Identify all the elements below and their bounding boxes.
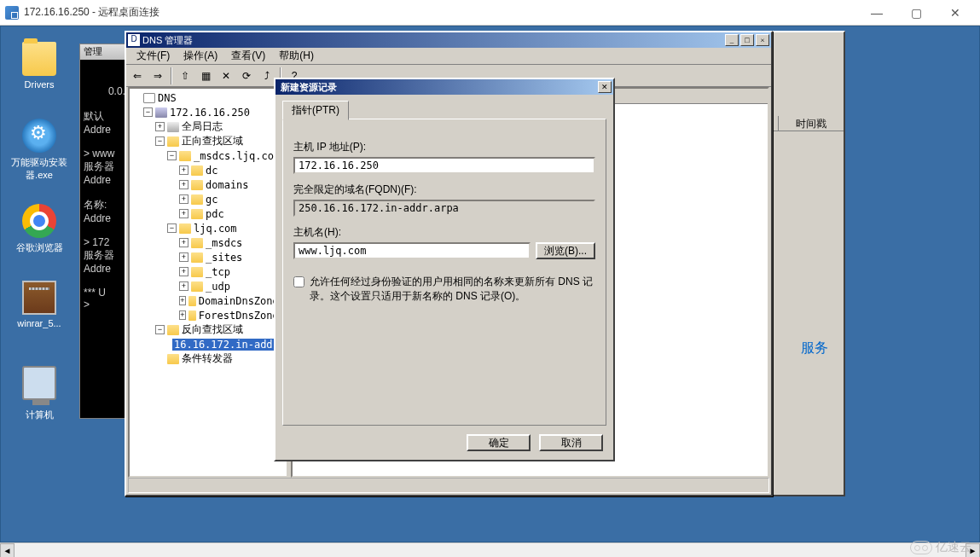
tree-node-reverse-zones[interactable]: −反向查找区域 bbox=[131, 322, 285, 337]
allow-update-checkbox[interactable] bbox=[293, 276, 304, 287]
folder-icon bbox=[191, 209, 203, 219]
toolbar-back-button[interactable]: ⇐ bbox=[128, 67, 147, 85]
watermark-text: 亿速云 bbox=[936, 540, 971, 555]
folder-icon bbox=[167, 354, 179, 364]
tree-node-pdc[interactable]: +pdc bbox=[131, 206, 285, 221]
dns-close-button[interactable]: × bbox=[756, 34, 769, 46]
allow-update-label: 允许任何经过身份验证的用户用相同的名称来更新所有 DNS 记录。这个设置只适用于… bbox=[310, 275, 595, 304]
tree-node-ljq[interactable]: −ljq.com bbox=[131, 221, 285, 235]
cmd-window[interactable]: 管理 0.0.0 默认 Addre > www 服务器 Addre 名称: Ad… bbox=[79, 44, 127, 419]
rdp-title: 172.16.16.250 - 远程桌面连接 bbox=[24, 5, 159, 20]
menu-file[interactable]: 文件(F) bbox=[131, 48, 175, 64]
expand-icon[interactable]: + bbox=[179, 165, 188, 175]
expand-icon[interactable]: − bbox=[167, 151, 177, 160]
computer-icon bbox=[22, 366, 56, 400]
dns-maximize-button[interactable]: □ bbox=[740, 34, 754, 46]
expand-icon[interactable]: + bbox=[155, 122, 165, 131]
tree-node-reverse-zone-1[interactable]: 16.16.172.in-addr.ar bbox=[131, 337, 285, 351]
tree-node-domains[interactable]: +domains bbox=[131, 177, 285, 192]
rdp-icon bbox=[5, 6, 19, 20]
tab-panel: 主机 IP 地址(P): 完全限定的域名(FQDN)(F): 主机名(H): 浏… bbox=[282, 119, 606, 426]
desktop-icon-chrome[interactable]: 谷歌浏览器 bbox=[8, 204, 71, 254]
fqdn-input bbox=[293, 200, 595, 217]
dns-statusbar bbox=[128, 478, 769, 493]
tree-node-udp[interactable]: +_udp bbox=[131, 279, 285, 293]
hostname-input[interactable] bbox=[293, 242, 531, 259]
winrar-icon bbox=[22, 281, 56, 315]
scroll-track[interactable] bbox=[14, 543, 966, 558]
ok-button[interactable]: 确定 bbox=[467, 434, 531, 451]
expand-icon[interactable]: + bbox=[179, 267, 188, 276]
dialog-title: 新建资源记录 bbox=[277, 81, 596, 94]
tree-node-tcp[interactable]: +_tcp bbox=[131, 264, 285, 279]
menu-action[interactable]: 操作(A) bbox=[178, 48, 223, 64]
folder-icon bbox=[191, 180, 203, 190]
watermark: 亿速云 bbox=[910, 540, 971, 555]
tree-node-conditional-forwarders[interactable]: 条件转发器 bbox=[131, 351, 285, 366]
dns-app-icon: D bbox=[128, 34, 140, 46]
toolbar-delete-button[interactable]: ✕ bbox=[217, 67, 235, 85]
expand-icon[interactable]: − bbox=[143, 107, 153, 117]
browse-button[interactable]: 浏览(B)... bbox=[536, 242, 595, 259]
services-link[interactable]: 服务 bbox=[801, 339, 828, 357]
folder-icon bbox=[191, 267, 203, 277]
rdp-maximize-button[interactable]: ▢ bbox=[896, 0, 936, 26]
expand-icon[interactable]: + bbox=[179, 180, 188, 189]
cmd-titlebar[interactable]: 管理 bbox=[80, 44, 126, 60]
tree-node-ddz[interactable]: +DomainDnsZones bbox=[131, 293, 285, 308]
desktop-icon-winrar[interactable]: winrar_5... bbox=[8, 281, 71, 328]
dns-minimize-button[interactable]: _ bbox=[725, 34, 739, 46]
expand-icon[interactable]: + bbox=[179, 252, 188, 262]
col-timestamp[interactable]: 时间戳 bbox=[778, 116, 844, 131]
tree-node-msdcs[interactable]: +_msdcs bbox=[131, 235, 285, 250]
dns-title: DNS 管理器 bbox=[142, 34, 723, 47]
expand-icon[interactable]: + bbox=[179, 281, 188, 291]
tree-node-gc[interactable]: +gc bbox=[131, 192, 285, 206]
expand-icon[interactable]: + bbox=[179, 238, 188, 247]
expand-icon[interactable]: + bbox=[179, 310, 186, 320]
expand-icon[interactable]: + bbox=[179, 194, 188, 204]
toolbar-forward-button[interactable]: ⇒ bbox=[148, 67, 167, 85]
server-icon bbox=[155, 107, 167, 118]
tree-node-globallog[interactable]: +全局日志 bbox=[131, 119, 285, 134]
icon-label: 谷歌浏览器 bbox=[8, 241, 71, 254]
tree-node-fdz[interactable]: +ForestDnsZones bbox=[131, 308, 285, 322]
expand-icon[interactable]: + bbox=[179, 209, 188, 218]
expand-icon[interactable]: − bbox=[167, 223, 177, 233]
host-ip-label: 主机 IP 地址(P): bbox=[293, 140, 595, 154]
tree-node-sites[interactable]: +_sites bbox=[131, 250, 285, 264]
toolbar-refresh-button[interactable]: ⟳ bbox=[237, 67, 256, 85]
tree-node-forward-zones[interactable]: −正向查找区域 bbox=[131, 134, 285, 148]
chrome-icon bbox=[22, 204, 56, 238]
remote-desktop-area: Drivers 万能驱动安装器.exe 谷歌浏览器 winrar_5... 计算… bbox=[0, 26, 980, 542]
dialog-close-button[interactable]: ✕ bbox=[598, 81, 612, 93]
toolbar-show-button[interactable]: ▦ bbox=[196, 67, 215, 85]
expand-icon[interactable]: + bbox=[179, 296, 186, 305]
rdp-minimize-button[interactable]: — bbox=[857, 0, 896, 26]
dns-root-icon bbox=[143, 93, 155, 103]
desktop-icon-drivers[interactable]: Drivers bbox=[8, 42, 71, 90]
rdp-close-button[interactable]: ✕ bbox=[936, 0, 975, 26]
tab-ptr[interactable]: 指针(PTR) bbox=[282, 101, 349, 120]
cancel-button[interactable]: 取消 bbox=[539, 434, 603, 451]
toolbar-up-button[interactable]: ⇧ bbox=[176, 67, 194, 85]
folder-icon bbox=[188, 296, 196, 306]
tree-node-dns[interactable]: DNS bbox=[131, 90, 285, 105]
log-icon bbox=[167, 122, 179, 132]
tree-node-dc[interactable]: +dc bbox=[131, 163, 285, 177]
dialog-titlebar[interactable]: 新建资源记录 ✕ bbox=[275, 79, 613, 95]
desktop-icon-wandriver[interactable]: 万能驱动安装器.exe bbox=[8, 119, 71, 182]
tree-node-server[interactable]: −172.16.16.250 bbox=[131, 105, 285, 119]
tree-node-msdcs-ljq[interactable]: −_msdcs.ljq.com bbox=[131, 148, 285, 163]
expand-icon[interactable]: − bbox=[155, 136, 165, 146]
scroll-left-button[interactable]: ◄ bbox=[0, 543, 14, 558]
dns-titlebar[interactable]: D DNS 管理器 _ □ × bbox=[126, 32, 771, 48]
host-ip-input[interactable] bbox=[293, 157, 595, 174]
fqdn-label: 完全限定的域名(FQDN)(F): bbox=[293, 183, 595, 197]
host-horizontal-scrollbar[interactable]: ◄ ► bbox=[0, 542, 980, 557]
expand-icon[interactable]: − bbox=[155, 325, 165, 334]
menu-help[interactable]: 帮助(H) bbox=[274, 48, 319, 64]
menu-view[interactable]: 查看(V) bbox=[226, 48, 270, 64]
dns-tree[interactable]: DNS −172.16.16.250 +全局日志 −正向查找区域 −_msdcs… bbox=[128, 87, 288, 478]
desktop-icon-computer[interactable]: 计算机 bbox=[8, 366, 71, 421]
